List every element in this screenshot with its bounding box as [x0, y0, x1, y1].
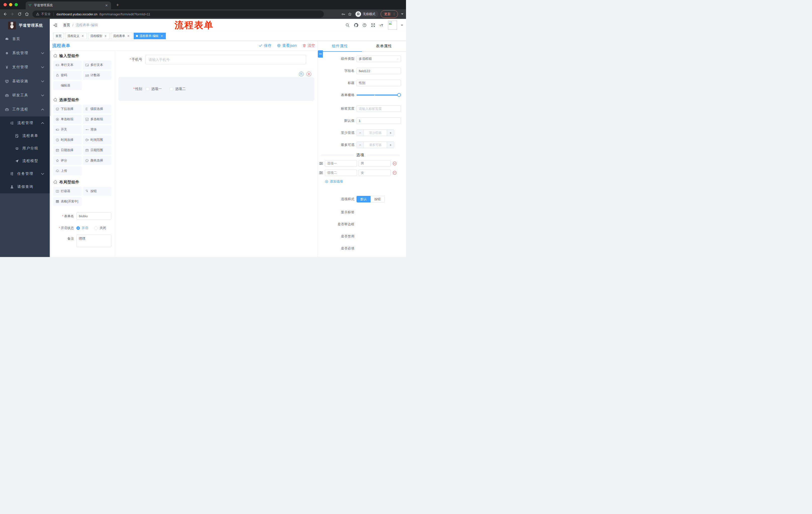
phone-field-input[interactable] — [145, 55, 306, 64]
forward-icon[interactable] — [10, 12, 14, 16]
home-icon[interactable] — [25, 12, 29, 16]
browser-update-button[interactable]: 更新 ⋮ — [381, 10, 398, 18]
close-window-button[interactable] — [3, 3, 7, 6]
option-label-input[interactable] — [325, 160, 357, 167]
component-多选框组[interactable]: 多选框组 — [83, 115, 111, 124]
remove-option-icon[interactable] — [393, 170, 397, 175]
component-单行文本[interactable]: 单行文本 — [53, 61, 82, 70]
component-编辑器[interactable]: 编辑器 — [53, 81, 82, 90]
remove-option-icon[interactable] — [393, 161, 397, 166]
chevron-down-icon[interactable] — [401, 13, 404, 15]
component-日期选择[interactable]: 日期选择 — [53, 146, 82, 155]
drag-handle-icon[interactable] — [319, 161, 323, 166]
component-上传[interactable]: 上传 — [53, 166, 82, 175]
help-icon[interactable] — [362, 23, 367, 27]
github-icon[interactable] — [354, 23, 358, 27]
status-off-radio[interactable]: 关闭 — [94, 226, 106, 231]
address-bar[interactable]: 不安全 dashboard.yudao.iocoder.cn/bpm/manag… — [32, 10, 324, 18]
component-日期范围[interactable]: 日期范围 — [83, 146, 111, 155]
slider-thumb[interactable] — [397, 93, 401, 97]
style-choice-按钮[interactable]: 按钮 — [371, 196, 385, 202]
minimize-window-button[interactable] — [9, 3, 12, 6]
form-remark-input[interactable]: 嘿嘿 — [76, 235, 111, 247]
form-name-input[interactable] — [76, 212, 111, 220]
avatar[interactable] — [388, 21, 397, 30]
copy-component-button[interactable] — [299, 72, 304, 77]
gender-option-checkbox-选项二[interactable]: 选项二 — [170, 87, 186, 91]
close-icon[interactable]: ✕ — [127, 34, 130, 38]
component-按钮[interactable]: 按钮 — [83, 187, 111, 196]
max-select-stepper[interactable]: − + — [356, 141, 394, 148]
new-tab-button[interactable]: + — [115, 2, 121, 8]
app-logo[interactable]: 芋道管理系统 — [0, 19, 50, 32]
tag-流程表单-编辑[interactable]: 流程表单-编辑✕ — [134, 33, 166, 39]
save-button[interactable]: 保存 — [259, 43, 271, 48]
sidebar-item-流程管理[interactable]: 流程管理 — [0, 116, 50, 130]
bookmark-star-icon[interactable] — [348, 12, 352, 16]
clear-button[interactable]: 清空 — [302, 43, 315, 48]
increment-button[interactable]: + — [387, 142, 394, 148]
sidebar-item-研发工具[interactable]: 研发工具 — [0, 88, 50, 102]
chevron-down-icon[interactable] — [401, 25, 403, 26]
window-controls[interactable] — [3, 3, 18, 6]
phone-field-row[interactable]: *手机号 — [115, 55, 318, 64]
drag-handle-icon[interactable] — [319, 170, 323, 175]
option-label-input[interactable] — [325, 169, 357, 176]
search-icon[interactable] — [345, 23, 350, 27]
component-级联选择[interactable]: 级联选择 — [83, 105, 111, 113]
font-size-icon[interactable]: TT — [379, 23, 384, 27]
checkbox[interactable] — [146, 87, 149, 91]
tab-close-icon[interactable]: ✕ — [105, 3, 109, 7]
decrement-button[interactable]: − — [357, 130, 364, 136]
tag-流程定义[interactable]: 流程定义✕ — [65, 33, 87, 39]
decrement-button[interactable]: − — [357, 142, 364, 148]
sidebar-item-支付管理[interactable]: 支付管理 — [0, 60, 50, 74]
sidebar-item-流程表单[interactable]: 流程表单 — [0, 130, 50, 142]
component-计数器[interactable]: 123计数器 — [83, 71, 111, 80]
selected-component-block[interactable]: *性别 选项一选项二 — [118, 77, 314, 101]
tag-流程模型[interactable]: 流程模型✕ — [88, 33, 110, 39]
password-key-icon[interactable] — [341, 12, 345, 16]
component-多行文本[interactable]: 多行文本 — [83, 61, 111, 70]
component-时间选择[interactable]: 时间选择 — [53, 136, 82, 144]
title-input[interactable] — [356, 80, 401, 86]
component-行容器[interactable]: 行容器 — [53, 187, 82, 196]
component-type-select[interactable] — [356, 56, 401, 62]
component-时间范围[interactable]: 时间范围 — [83, 136, 111, 144]
style-choice-默认[interactable]: 默认 — [356, 196, 371, 202]
gender-option-checkbox-选项一[interactable]: 选项一 — [146, 87, 162, 91]
component-单选框组[interactable]: 单选框组 — [53, 115, 82, 124]
min-select-stepper[interactable]: − + — [356, 130, 394, 136]
label-width-input[interactable] — [356, 105, 401, 112]
scrollbar[interactable] — [50, 51, 51, 257]
sidebar-item-首页[interactable]: 首页 — [0, 32, 50, 46]
tab-form-props[interactable]: 表单属性 — [362, 41, 406, 51]
sidebar-item-请假查询[interactable]: 请假查询 — [0, 180, 50, 193]
view-json-button[interactable]: 查看json — [277, 43, 297, 48]
delete-component-button[interactable] — [307, 72, 311, 77]
grid-slider[interactable] — [356, 92, 401, 98]
fullscreen-icon[interactable] — [371, 23, 375, 27]
min-select-input[interactable] — [364, 130, 387, 136]
component-评分[interactable]: 评分 — [53, 156, 82, 165]
zoom-window-button[interactable] — [14, 3, 18, 6]
form-canvas[interactable]: *手机号 *性别 选项一选项二 — [115, 51, 318, 257]
option-value-input[interactable] — [358, 160, 391, 167]
close-icon[interactable]: ✕ — [104, 34, 107, 38]
sidebar-item-基础设施[interactable]: 基础设施 — [0, 74, 50, 88]
component-link-tab[interactable] — [318, 50, 323, 58]
max-select-input[interactable] — [364, 142, 387, 148]
status-on-radio[interactable]: 开启 — [76, 226, 88, 231]
option-style-segment[interactable]: 默认按钮 — [356, 196, 385, 202]
browser-menu-icon[interactable]: ⋮ — [393, 13, 396, 15]
default-value-input[interactable] — [356, 117, 401, 124]
component-滑块[interactable]: 滑块 — [83, 125, 111, 134]
close-icon[interactable]: ✕ — [81, 34, 84, 38]
component-开关[interactable]: 开关 — [53, 125, 82, 134]
collapse-sidebar-icon[interactable] — [53, 23, 58, 28]
component-颜色选择[interactable]: 颜色选择 — [83, 156, 111, 165]
component-type-value[interactable] — [356, 56, 401, 62]
increment-button[interactable]: + — [387, 130, 394, 136]
breadcrumb-home[interactable]: 首页 — [63, 23, 70, 27]
component-表格[开发中][interactable]: 表格[开发中] — [53, 197, 82, 206]
